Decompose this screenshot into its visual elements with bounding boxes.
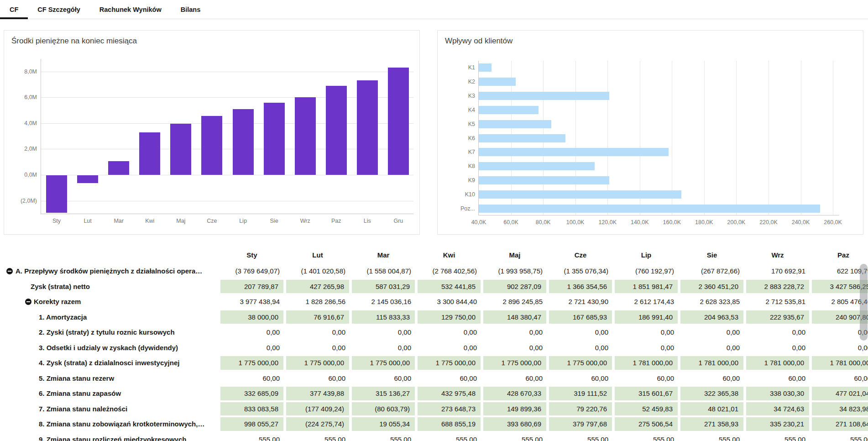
category-label-k6: K6: [443, 135, 475, 142]
cell-lut-row2: 427 265,98: [285, 279, 350, 294]
x-axis-label-140k: 140,0K: [624, 219, 656, 226]
tab-cf-szczeg-y[interactable]: CF Szczegóły: [28, 0, 89, 19]
cell-kwi-row12: 555,00: [416, 432, 482, 441]
cell-maj-row12: 555,00: [482, 432, 548, 441]
gridline-220k: [769, 61, 769, 215]
cell-sie-row2: 2 360 451,20: [679, 279, 745, 294]
bar-k5[interactable]: [479, 120, 551, 128]
table-row: A. Przepływy środków pieniężnych z dział…: [0, 263, 868, 279]
cell-kwi-row8: 60,00: [416, 371, 482, 386]
bar-k6[interactable]: [479, 134, 565, 142]
table-header-row: StyLutMarKwiMajCzeLipSieWrzPaz: [0, 247, 868, 263]
cell-wrz-row7: 1 781 000,00: [745, 355, 810, 371]
table-row: 7. Zmiana stanu należności833 083,58(177…: [0, 401, 868, 417]
cell-lip-row8: 60,00: [613, 371, 679, 386]
bar-lis[interactable]: [357, 80, 378, 175]
bar-lip[interactable]: [233, 109, 254, 175]
right-chart-title: Wpływy od klientów: [445, 37, 512, 46]
cell-mar-row10: (80 603,79): [350, 401, 416, 417]
cell-cze-row10: 79 220,76: [548, 401, 613, 417]
cell-cze-row9: 319 111,52: [548, 386, 613, 401]
bar-mar[interactable]: [108, 161, 129, 175]
cell-kwi-row1: (2 768 402,56): [416, 263, 482, 279]
cell-mar-row12: 555,00: [350, 432, 416, 441]
bar-poz[interactable]: [479, 205, 820, 213]
cell-sie-row11: 271 358,93: [679, 416, 745, 432]
collapse-minus-icon[interactable]: [6, 268, 13, 274]
cell-maj-row2: 902 287,09: [482, 279, 548, 294]
cell-paz-row9: 477 021,04: [810, 386, 868, 401]
bar-k10[interactable]: [479, 190, 681, 199]
x-axis-label-wrz: Wrz: [290, 218, 321, 224]
category-label-k5: K5: [443, 121, 475, 127]
cell-sty-row4: 38 000,00: [219, 310, 285, 325]
cell-maj-row8: 60,00: [482, 371, 548, 386]
cell-lip-row2: 1 851 981,47: [613, 279, 679, 294]
cell-sty-row7: 1 775 000,00: [219, 355, 285, 371]
bar-wrz[interactable]: [295, 97, 316, 175]
bar-sty[interactable]: [46, 175, 67, 213]
bar-k3[interactable]: [479, 92, 609, 100]
bar-lut[interactable]: [77, 175, 98, 183]
row-label-text: 5. Zmiana stanu rezerw: [39, 374, 114, 382]
cell-maj-row3: 2 896 245,85: [482, 294, 548, 310]
cell-kwi-row3: 3 300 844,40: [416, 294, 482, 310]
cell-cze-row4: 167 685,93: [548, 310, 613, 325]
cell-paz-row10: 34 823,98: [810, 401, 868, 417]
table-body: A. Przepływy środków pieniężnych z dział…: [0, 263, 868, 441]
row-label-9-zmiana-stanu-rozlicze-miedzyokresowych: 9. Zmiana stanu rozliczeń miedzyokresowy…: [0, 432, 219, 441]
cell-maj-row6: 0,00: [482, 340, 548, 356]
tab-rachunek-wynik-w[interactable]: Rachunek Wyników: [90, 0, 171, 19]
cell-cze-row7: 1 775 000,00: [548, 355, 613, 371]
cell-lip-row4: 186 991,40: [613, 310, 679, 325]
cell-wrz-row6: 0,00: [745, 340, 810, 356]
cell-mar-row3: 2 145 036,16: [350, 294, 416, 310]
bar-k9[interactable]: [479, 176, 609, 184]
cell-wrz-row4: 222 935,67: [745, 310, 810, 325]
bar-k7[interactable]: [479, 148, 669, 156]
cell-lut-row7: 1 775 000,00: [285, 355, 350, 371]
bar-k1[interactable]: [479, 63, 492, 72]
cell-lip-row7: 1 781 000,00: [613, 355, 679, 371]
x-axis-label-160k: 160,0K: [656, 219, 688, 226]
column-header-cze: Cze: [548, 247, 613, 263]
bar-gru[interactable]: [388, 68, 409, 175]
bar-k2[interactable]: [479, 78, 516, 86]
cell-lip-row1: (760 192,97): [613, 263, 679, 279]
cell-lut-row10: (177 409,24): [285, 401, 350, 417]
bar-k4[interactable]: [479, 106, 539, 114]
cell-kwi-row9: 432 975,48: [416, 386, 482, 401]
collapse-minus-icon[interactable]: [25, 299, 31, 305]
bar-maj[interactable]: [170, 124, 191, 175]
row-label-2-zyski-straty-z-tytulu-roznic-kursowych: 2. Zyski (straty) z tytulu roznic kursow…: [0, 325, 219, 340]
x-axis-label-220k: 220,0K: [753, 219, 784, 226]
cell-maj-row1: (1 993 958,75): [482, 263, 548, 279]
bar-sie[interactable]: [264, 103, 285, 175]
x-axis-label-lis: Lis: [352, 218, 383, 224]
tab-cf[interactable]: CF: [0, 0, 28, 19]
cell-sie-row6: 0,00: [679, 340, 745, 356]
gridline-8m: [41, 72, 413, 72]
cell-cze-row12: 555,00: [548, 432, 613, 441]
cell-cze-row6: 0,00: [548, 340, 613, 356]
cell-wrz-row3: 2 712 535,81: [745, 294, 810, 310]
cell-sie-row3: 2 628 323,85: [679, 294, 745, 310]
x-axis-label-240k: 240,0K: [785, 219, 817, 226]
tab-bilans[interactable]: Bilans: [171, 0, 210, 19]
gridline-260k: [833, 61, 833, 215]
cell-wrz-row8: 60,00: [745, 371, 810, 386]
category-label-k1: K1: [443, 64, 475, 71]
row-label-text: Zysk (strata) netto: [31, 283, 90, 290]
cell-sie-row8: 60,00: [679, 371, 745, 386]
bar-paz[interactable]: [326, 86, 347, 175]
cell-wrz-row1: 170 692,91: [745, 263, 810, 279]
bar-cze[interactable]: [201, 116, 222, 175]
vertical-scrollbar-thumb[interactable]: [860, 264, 868, 341]
y-axis-label: 6,0M: [10, 94, 37, 100]
bar-k8[interactable]: [479, 162, 595, 170]
table-row: 1. Amortyzacja38 000,0076 916,67115 833,…: [0, 310, 868, 325]
x-axis-label-sty: Sty: [41, 218, 72, 224]
cash-column-chart: 8,0M6,0M4,0M2,0M0,0M(2,0M)StyLutMarKwiMa…: [41, 59, 413, 214]
bar-kwi[interactable]: [139, 132, 160, 175]
cell-sie-row7: 1 781 000,00: [679, 355, 745, 371]
